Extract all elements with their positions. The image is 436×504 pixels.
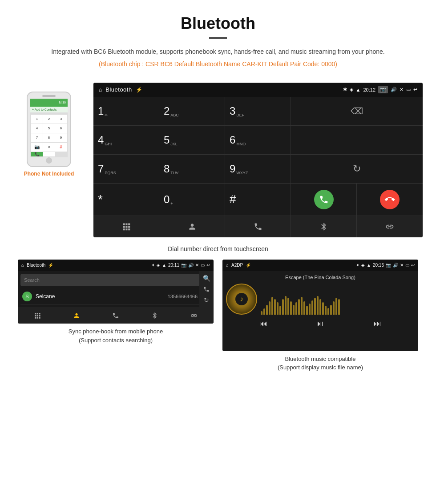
dial-key-6[interactable]: 6 MNO xyxy=(225,126,291,154)
dialpad-nav-contacts[interactable] xyxy=(159,216,225,237)
music-play-icon[interactable]: ⏯ xyxy=(316,319,324,328)
dial-key-2[interactable]: 2 ABC xyxy=(159,97,225,125)
status-time: 20:12 xyxy=(363,87,375,92)
statusbar-left: ⌂ Bluetooth ⚡ xyxy=(99,86,142,93)
dial-row-3: 7 PQRS 8 TUV 9 WXYZ ↻ xyxy=(93,155,423,184)
pb-home-icon[interactable]: ⌂ xyxy=(21,263,24,268)
dial-call-red[interactable] xyxy=(357,184,423,216)
music-back-icon[interactable]: ↩ xyxy=(411,263,415,268)
music-album-area: ♪ xyxy=(226,284,415,315)
dial-empty-1 xyxy=(291,126,423,154)
dialpad-nav-grid[interactable] xyxy=(93,216,159,237)
pb-app-title: Bluetooth xyxy=(27,263,45,268)
pb-search-side-icon[interactable]: 🔍 xyxy=(203,275,210,282)
dialpad-nav-phone[interactable] xyxy=(225,216,291,237)
dial-key-5[interactable]: 5 JKL xyxy=(159,126,225,154)
music-caption-line1: Bluetooth music compatible xyxy=(278,355,363,364)
music-usb-icon: ⚡ xyxy=(246,263,251,268)
dial-key-1[interactable]: 1 ∞ xyxy=(93,97,159,125)
home-icon[interactable]: ⌂ xyxy=(99,87,102,93)
phonebook-screen: ⌂ Bluetooth ⚡ ✦ ◈ ▲ 20:11 📷 🔊 ✕ ▭ ↩ xyxy=(18,260,214,324)
music-next-icon[interactable]: ⏭ xyxy=(373,319,381,328)
music-home-icon[interactable]: ⌂ xyxy=(226,263,229,268)
phonebook-side-icons: 🔍 ↻ xyxy=(199,271,214,307)
pb-close-icon[interactable]: ✕ xyxy=(195,263,199,268)
volume-icon[interactable]: 🔊 xyxy=(391,87,397,92)
call-red-btn[interactable] xyxy=(380,190,400,209)
pb-bottom-grid-icon[interactable] xyxy=(34,312,41,319)
dial-key-9[interactable]: 9 WXYZ xyxy=(225,155,291,183)
pb-bottom-phone-icon[interactable] xyxy=(112,312,119,319)
phone-home-button xyxy=(46,157,52,164)
back-icon[interactable]: ↩ xyxy=(413,87,417,92)
music-bt-icon: ✦ xyxy=(356,263,359,268)
pb-refresh-side-icon[interactable]: ↻ xyxy=(204,296,209,304)
music-statusbar-right: ✦ ◈ ▲ 20:15 📷 🔊 ✕ ▭ ↩ xyxy=(356,263,415,268)
dialpad-bottom-nav xyxy=(93,216,423,237)
music-statusbar-left: ⌂ A2DP ⚡ xyxy=(226,263,251,268)
page-description: Integrated with BC6 Bluetooth module, su… xyxy=(36,47,400,56)
pb-phone-side-icon[interactable] xyxy=(203,285,210,292)
phone-keypad: 123 456 789 📷 0 # 📞 xyxy=(30,113,68,157)
music-screen: ⌂ A2DP ⚡ ✦ ◈ ▲ 20:15 📷 🔊 ✕ ▭ ↩ xyxy=(222,260,418,351)
music-vol-icon[interactable]: 🔊 xyxy=(393,263,398,268)
dial-backspace[interactable]: ⌫ xyxy=(291,97,423,125)
dial-refresh[interactable]: ↻ xyxy=(291,155,423,183)
usb-icon: ⚡ xyxy=(136,87,142,93)
rect-icon[interactable]: ▭ xyxy=(406,87,411,92)
contact-name: Seicane xyxy=(36,293,168,300)
page-title: Bluetooth xyxy=(36,14,400,33)
phone-speaker xyxy=(42,95,56,97)
page-header: Bluetooth Integrated with BC6 Bluetooth … xyxy=(0,0,436,74)
music-cam-icon[interactable]: 📷 xyxy=(386,263,391,268)
pb-bottom-person-icon[interactable] xyxy=(73,312,80,319)
dial-screen-caption: Dial number direct from touchscreen xyxy=(0,242,436,260)
dialpad-nav-link[interactable] xyxy=(357,216,423,237)
dial-key-8[interactable]: 8 TUV xyxy=(159,155,225,183)
pb-rect-icon[interactable]: ▭ xyxy=(201,263,205,268)
phonebook-bottom-nav xyxy=(18,307,214,324)
music-wrap: ⌂ A2DP ⚡ ✦ ◈ ▲ 20:15 📷 🔊 ✕ ▭ ↩ xyxy=(218,260,423,372)
music-rect-icon[interactable]: ▭ xyxy=(405,263,409,268)
music-note-icon: ♪ xyxy=(240,295,243,303)
music-signal-icon: ▲ xyxy=(367,263,371,268)
pb-vol-icon[interactable]: 🔊 xyxy=(188,263,194,268)
camera-icon[interactable]: 📷 xyxy=(378,86,388,93)
contact-row[interactable]: S Seicane 13566664466 xyxy=(20,289,199,304)
music-controls: ⏮ ⏯ ⏭ xyxy=(226,315,415,331)
close-icon[interactable]: ✕ xyxy=(400,87,404,92)
phonebook-wrap: ⌂ Bluetooth ⚡ ✦ ◈ ▲ 20:11 📷 🔊 ✕ ▭ ↩ xyxy=(13,260,218,372)
dial-row-4: * 0 + # xyxy=(93,184,423,216)
music-close-icon[interactable]: ✕ xyxy=(400,263,404,268)
phonebook-caption: Sync phone-book from mobile phone (Suppo… xyxy=(69,327,163,344)
call-green-btn[interactable] xyxy=(314,190,334,209)
dial-screen: ⌂ Bluetooth ⚡ ✱ ◈ ▲ 20:12 📷 🔊 ✕ ▭ ↩ 1 xyxy=(93,83,423,237)
dial-key-0[interactable]: 0 + xyxy=(159,184,225,216)
dial-statusbar: ⌂ Bluetooth ⚡ ✱ ◈ ▲ 20:12 📷 🔊 ✕ ▭ ↩ xyxy=(93,83,423,97)
dialpad-nav-bluetooth[interactable] xyxy=(291,216,357,237)
album-art: ♪ xyxy=(226,284,257,315)
dial-key-star[interactable]: * xyxy=(93,184,159,216)
pb-time: 20:11 xyxy=(168,263,179,268)
pb-bottom-link-icon[interactable] xyxy=(190,312,198,319)
main-screen-section: M:30 + Add to Contacts 123 456 789 📷 0 #… xyxy=(0,74,436,242)
music-loc-icon: ◈ xyxy=(361,263,365,268)
pb-back-icon[interactable]: ↩ xyxy=(206,263,210,268)
pb-cam-icon[interactable]: 📷 xyxy=(181,263,186,268)
music-song-title: Escape (The Pina Colada Song) xyxy=(285,275,355,280)
dial-call-green[interactable] xyxy=(291,184,357,216)
phone-screen-header: M:30 xyxy=(30,99,68,107)
title-divider xyxy=(209,37,227,39)
dial-key-3[interactable]: 3 DEF xyxy=(225,97,291,125)
dial-key-7[interactable]: 7 PQRS xyxy=(93,155,159,183)
dial-key-hash[interactable]: # xyxy=(225,184,291,216)
music-prev-icon[interactable]: ⏮ xyxy=(259,319,267,328)
dial-key-4[interactable]: 4 GHI xyxy=(93,126,159,154)
phonebook-main-area: Search S Seicane 13566664466 xyxy=(18,271,199,307)
phonebook-statusbar: ⌂ Bluetooth ⚡ ✦ ◈ ▲ 20:11 📷 🔊 ✕ ▭ ↩ xyxy=(18,260,214,271)
phonebook-search[interactable]: Search xyxy=(20,274,199,286)
contact-initial: S xyxy=(22,292,32,301)
pb-bottom-bt-icon[interactable] xyxy=(151,312,158,319)
pb-statusbar-left: ⌂ Bluetooth ⚡ xyxy=(21,263,53,268)
phone-screen: M:30 + Add to Contacts 123 456 789 📷 0 #… xyxy=(30,99,68,157)
